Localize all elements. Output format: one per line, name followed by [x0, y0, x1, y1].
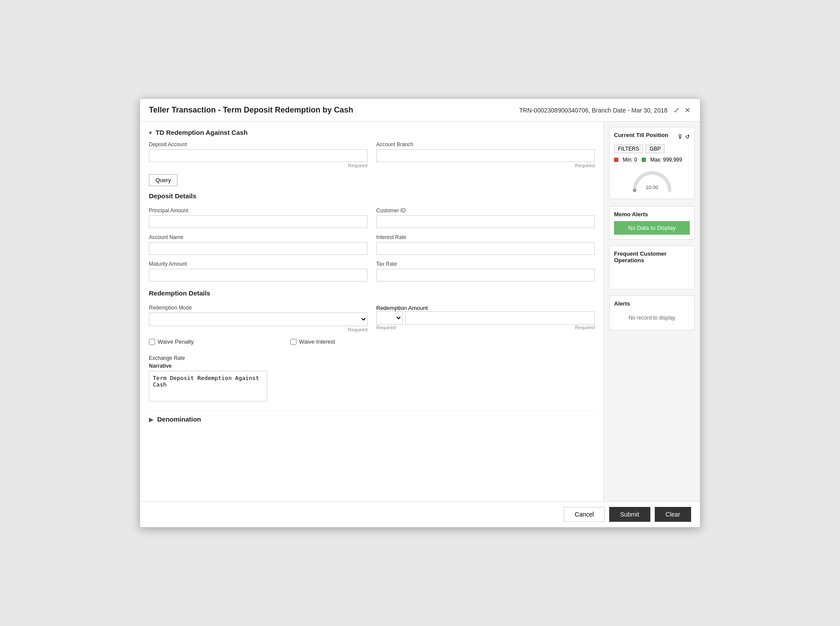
principal-amount-group: Principal Amount — [149, 207, 367, 228]
redemption-amount-input[interactable] — [405, 311, 595, 325]
frequent-ops-widget: Frequent Customer Operations — [609, 246, 695, 289]
redemption-amount-inputs — [376, 311, 595, 325]
narrative-textarea[interactable]: Term Deposit Redemption Against Cash — [149, 371, 267, 401]
account-name-label: Account Name — [149, 234, 367, 240]
redemption-amount-group: Redemption Amount Required Required — [376, 305, 595, 330]
customer-id-input[interactable] — [376, 215, 595, 228]
td-section-header: ▾ TD Redemption Against Cash — [149, 129, 595, 136]
account-branch-required: Required — [376, 163, 595, 168]
redemption-mode-group: Redemption Mode Required — [149, 305, 367, 332]
gauge-svg: £0.00 — [630, 166, 674, 193]
narrative-row: Narrative Term Deposit Redemption Agains… — [149, 363, 595, 403]
waive-row: Waive Penalty Waive Interest — [149, 338, 595, 348]
query-button[interactable]: Query — [149, 174, 177, 186]
customer-id-group: Customer ID — [376, 207, 595, 228]
till-title: Current Till Position — [614, 132, 668, 138]
main-content: ▾ TD Redemption Against Cash Deposit Acc… — [140, 122, 604, 501]
account-name-input[interactable] — [149, 242, 367, 255]
interest-rate-group: Interest Rate — [376, 234, 595, 255]
maturity-amount-group: Maturity Amount — [149, 261, 367, 281]
account-branch-input[interactable] — [376, 149, 595, 162]
principal-amount-input[interactable] — [149, 215, 367, 228]
clear-button[interactable]: Clear — [655, 507, 691, 522]
resize-button[interactable]: ⤢ — [673, 105, 680, 115]
customer-id-label: Customer ID — [376, 207, 595, 214]
principal-amount-label: Principal Amount — [149, 207, 367, 214]
account-branch-group: Account Branch Required — [376, 141, 595, 168]
collapse-icon[interactable]: ▾ — [149, 129, 152, 136]
max-dot — [642, 158, 646, 162]
denomination-section: ▶ Denomination — [149, 411, 595, 423]
till-filters: FILTERS GBP — [614, 144, 690, 153]
exchange-rate-row: Exchange Rate — [149, 355, 595, 361]
waive-penalty-checkbox[interactable] — [149, 339, 155, 345]
memo-alerts-widget: Memo Alerts No Data to Display — [609, 206, 695, 239]
modal-trn: TRN-0002308900340706, Branch Date - Mar … — [519, 107, 667, 114]
deposit-account-row: Deposit Account Required Account Branch … — [149, 141, 595, 168]
redemption-amount-label: Redemption Amount — [376, 305, 595, 311]
waive-interest-label: Waive Interest — [299, 338, 335, 345]
redemption-details-section: Redemption Details Redemption Mode Requi… — [149, 289, 595, 403]
redemption-details-title: Redemption Details — [149, 289, 595, 299]
interest-rate-input[interactable] — [376, 242, 595, 255]
submit-button[interactable]: Submit — [609, 507, 650, 522]
redemption-mode-row: Redemption Mode Required Redemption Amou… — [149, 305, 595, 332]
maturity-amount-input[interactable] — [149, 269, 367, 281]
modal-container: Teller Transaction - Term Deposit Redemp… — [140, 98, 700, 528]
till-header: Current Till Position ⊽ ↺ — [614, 132, 690, 142]
deposit-details-section: Deposit Details Principal Amount Custome… — [149, 192, 595, 281]
memo-alerts-title: Memo Alerts — [614, 211, 690, 218]
redemption-amount-currency-select[interactable] — [376, 311, 402, 325]
gbp-button[interactable]: GBP — [646, 144, 664, 153]
deposit-details-title: Deposit Details — [149, 192, 595, 201]
redemption-mode-label: Redemption Mode — [149, 305, 367, 311]
min-max-row: Min: 0 Max: 999,999 — [614, 157, 690, 163]
interest-rate-label: Interest Rate — [376, 234, 595, 240]
modal-footer: Cancel Submit Clear — [140, 501, 700, 527]
deposit-account-input[interactable] — [149, 149, 367, 162]
gauge-container: £0.00 — [614, 166, 690, 193]
tax-rate-label: Tax Rate — [376, 261, 595, 267]
redemption-mode-select[interactable] — [149, 313, 367, 326]
denomination-expand-icon[interactable]: ▶ — [149, 416, 154, 423]
maturity-amount-label: Maturity Amount — [149, 261, 367, 267]
filter-icon[interactable]: ⊽ — [678, 134, 682, 140]
till-icons: ⊽ ↺ — [678, 134, 690, 140]
modal-icons: ⤢ ✕ — [673, 105, 691, 115]
waive-interest-group: Waive Interest — [290, 338, 335, 345]
current-till-widget: Current Till Position ⊽ ↺ FILTERS GBP Mi… — [609, 127, 695, 199]
refresh-icon[interactable]: ↺ — [685, 134, 690, 140]
cancel-button[interactable]: Cancel — [564, 507, 605, 522]
min-label: Min: 0 — [623, 157, 637, 163]
denomination-title: Denomination — [157, 415, 201, 423]
modal-body: ▾ TD Redemption Against Cash Deposit Acc… — [140, 122, 700, 501]
modal-title: Teller Transaction - Term Deposit Redemp… — [149, 106, 353, 115]
redemption-amount-required1: Required — [376, 325, 396, 330]
alerts-no-record: No record to display — [614, 310, 690, 325]
max-label: Max: 999,999 — [650, 157, 682, 163]
filters-button[interactable]: FILTERS — [614, 144, 643, 153]
waive-penalty-group: Waive Penalty — [149, 338, 194, 345]
maturity-tax-row: Maturity Amount Tax Rate — [149, 261, 595, 281]
modal-header-right: TRN-0002308900340706, Branch Date - Mar … — [519, 105, 691, 115]
principal-customer-row: Principal Amount Customer ID — [149, 207, 595, 228]
svg-text:£0.00: £0.00 — [646, 185, 658, 190]
tax-rate-input[interactable] — [376, 269, 595, 281]
redemption-mode-required: Required — [149, 327, 367, 332]
deposit-account-required: Required — [149, 163, 367, 168]
td-section-title: TD Redemption Against Cash — [155, 129, 247, 136]
tax-rate-group: Tax Rate — [376, 261, 595, 281]
no-data-button[interactable]: No Data to Display — [614, 221, 690, 235]
alerts-widget: Alerts No record to display — [609, 295, 695, 330]
exchange-rate-label: Exchange Rate — [149, 355, 185, 361]
narrative-label: Narrative — [149, 363, 595, 369]
account-name-group: Account Name — [149, 234, 367, 255]
deposit-account-label: Deposit Account — [149, 141, 367, 148]
waive-penalty-label: Waive Penalty — [158, 338, 194, 345]
waive-interest-checkbox[interactable] — [290, 339, 296, 345]
min-dot — [614, 158, 618, 162]
sidebar: Current Till Position ⊽ ↺ FILTERS GBP Mi… — [604, 122, 700, 501]
account-branch-label: Account Branch — [376, 141, 595, 148]
account-name-interest-row: Account Name Interest Rate — [149, 234, 595, 255]
close-button[interactable]: ✕ — [684, 105, 691, 115]
